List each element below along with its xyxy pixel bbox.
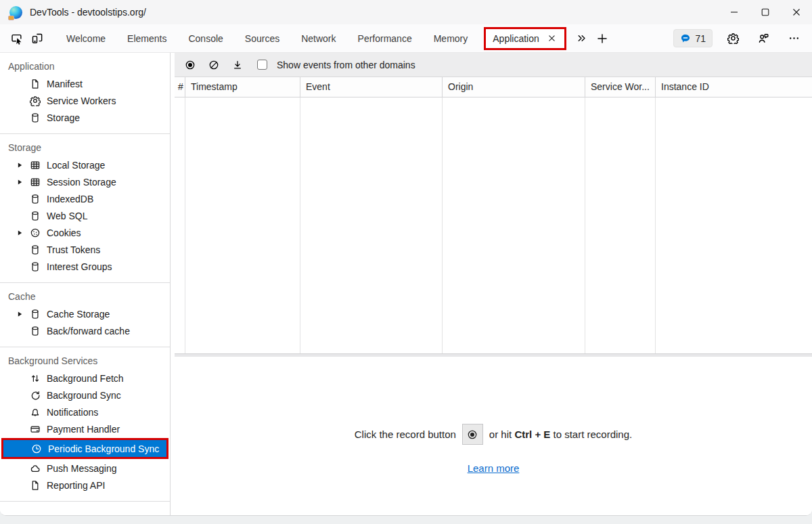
column-header-timestamp[interactable]: Timestamp xyxy=(185,77,300,97)
sidebar-item-local-storage[interactable]: Local Storage xyxy=(0,156,170,173)
tab-welcome[interactable]: Welcome xyxy=(55,24,116,53)
sidebar-item-label: Session Storage xyxy=(47,177,116,188)
sidebar-item-background-fetch[interactable]: Background Fetch xyxy=(0,370,170,387)
tab-elements[interactable]: Elements xyxy=(116,24,177,53)
sidebar-item-push-messaging[interactable]: Push Messaging xyxy=(0,460,170,477)
tab-network[interactable]: Network xyxy=(290,24,346,53)
gear-icon xyxy=(30,95,41,106)
window-title: DevTools - devtoolstips.org/ xyxy=(30,7,146,18)
sidebar-section-application: ApplicationManifestService WorkersStorag… xyxy=(0,53,170,134)
sidebar-item-label: IndexedDB xyxy=(47,194,93,204)
tab-application[interactable]: Application xyxy=(484,27,566,50)
sidebar-item-session-storage[interactable]: Session Storage xyxy=(0,173,170,190)
content-area: ApplicationManifestService WorkersStorag… xyxy=(0,53,812,515)
column-header-event[interactable]: Event xyxy=(300,77,443,97)
sidebar-item-periodic-background-sync[interactable]: Periodic Background Sync xyxy=(1,438,168,459)
database-icon xyxy=(30,112,41,123)
column-header-instance-id[interactable]: Instance ID xyxy=(656,77,812,97)
edge-canary-badge xyxy=(8,16,14,20)
show-events-checkbox[interactable] xyxy=(257,60,267,70)
sidebar-item-cookies[interactable]: Cookies xyxy=(0,224,170,241)
sidebar-item-reporting-api[interactable]: Reporting API xyxy=(0,477,170,494)
empty-state-message: Click the record button or hit Ctrl + E … xyxy=(175,424,812,445)
close-tab-button[interactable] xyxy=(547,33,558,44)
close-icon xyxy=(792,8,800,16)
events-table-body xyxy=(175,97,812,353)
record-button[interactable] xyxy=(181,56,200,74)
tab-sources[interactable]: Sources xyxy=(234,24,290,53)
minimize-icon xyxy=(730,8,738,16)
sidebar-item-payment-handler[interactable]: Payment Handler xyxy=(0,420,170,437)
feedback-icon xyxy=(758,32,769,44)
tab-label: Welcome xyxy=(66,33,106,44)
chat-bubble-icon xyxy=(680,33,691,44)
panel-toolbar: Show events from other domains xyxy=(175,53,812,77)
periodic-background-sync-panel: Show events from other domains #Timestam… xyxy=(171,53,812,515)
settings-button[interactable] xyxy=(723,28,743,49)
add-tab-button[interactable] xyxy=(592,28,612,49)
sidebar-item-back-forward-cache[interactable]: Back/forward cache xyxy=(0,322,170,339)
record-icon xyxy=(185,60,196,70)
column-header-origin[interactable]: Origin xyxy=(443,77,585,97)
sidebar-item-label: Manifest xyxy=(47,79,83,89)
sidebar-item-label: Background Fetch xyxy=(47,373,124,384)
table-icon xyxy=(30,177,41,188)
copilot-chat-button[interactable]: 71 xyxy=(673,29,713,47)
arrows-up-down-icon xyxy=(30,373,41,384)
sidebar-item-storage[interactable]: Storage xyxy=(0,109,170,126)
sidebar-item-label: Notifications xyxy=(47,407,98,418)
close-button[interactable] xyxy=(781,0,812,24)
sidebar-item-web-sql[interactable]: Web SQL xyxy=(0,207,170,224)
more-options-button[interactable] xyxy=(784,28,804,49)
database-icon xyxy=(30,194,41,204)
feedback-button[interactable] xyxy=(753,28,773,49)
maximize-icon xyxy=(761,8,769,16)
column-header-service-wor[interactable]: Service Wor... xyxy=(585,77,656,97)
column-body-event xyxy=(300,97,443,353)
device-emulation-button[interactable] xyxy=(27,28,47,49)
tab-list: WelcomeElementsConsoleSourcesNetworkPerf… xyxy=(55,24,572,53)
section-title: Application xyxy=(0,58,170,75)
sidebar-item-indexeddb[interactable]: IndexedDB xyxy=(0,190,170,207)
sidebar-item-label: Local Storage xyxy=(47,160,105,171)
devtools-window: DevTools - devtoolstips.org/ WelcomeElem… xyxy=(0,0,812,524)
sidebar-item-label: Interest Groups xyxy=(47,261,112,272)
clear-button[interactable] xyxy=(204,56,223,74)
tab-console[interactable]: Console xyxy=(177,24,233,53)
expand-triangle-icon[interactable] xyxy=(16,179,30,185)
chevron-double-right-icon xyxy=(576,32,587,44)
inspect-element-button[interactable] xyxy=(7,28,27,49)
clock-icon xyxy=(31,443,42,454)
save-events-button[interactable] xyxy=(228,56,247,74)
sidebar-item-interest-groups[interactable]: Interest Groups xyxy=(0,258,170,275)
section-title: Cache xyxy=(0,288,170,305)
sidebar-item-manifest[interactable]: Manifest xyxy=(0,75,170,92)
column-body-instance-id xyxy=(656,97,812,353)
expand-triangle-icon[interactable] xyxy=(16,311,30,318)
tab-memory[interactable]: Memory xyxy=(423,24,479,53)
maximize-button[interactable] xyxy=(750,0,781,24)
record-button-inline[interactable] xyxy=(462,424,483,445)
tab-performance[interactable]: Performance xyxy=(347,24,423,53)
device-emulation-icon xyxy=(31,32,43,45)
more-tabs-button[interactable] xyxy=(572,28,592,49)
devtools-app: DevTools - devtoolstips.org/ WelcomeElem… xyxy=(0,0,812,516)
sidebar-item-service-workers[interactable]: Service Workers xyxy=(0,92,170,109)
tab-label: Console xyxy=(188,33,223,44)
application-sidebar: ApplicationManifestService WorkersStorag… xyxy=(0,53,171,515)
sidebar-section-storage: StorageLocal StorageSession StorageIndex… xyxy=(0,134,170,283)
sidebar-item-background-sync[interactable]: Background Sync xyxy=(0,387,170,403)
expand-triangle-icon[interactable] xyxy=(16,230,30,236)
cloud-icon xyxy=(30,463,41,474)
column-header-[interactable]: # xyxy=(175,77,185,97)
download-icon xyxy=(232,60,243,70)
tab-label: Network xyxy=(301,33,336,44)
learn-more-link[interactable]: Learn more xyxy=(468,462,520,474)
tab-label: Application xyxy=(493,33,539,44)
sidebar-item-label: Storage xyxy=(47,112,80,123)
minimize-button[interactable] xyxy=(719,0,750,24)
expand-triangle-icon[interactable] xyxy=(16,162,30,169)
sidebar-item-trust-tokens[interactable]: Trust Tokens xyxy=(0,241,170,258)
sidebar-item-notifications[interactable]: Notifications xyxy=(0,403,170,420)
sidebar-item-cache-storage[interactable]: Cache Storage xyxy=(0,305,170,322)
